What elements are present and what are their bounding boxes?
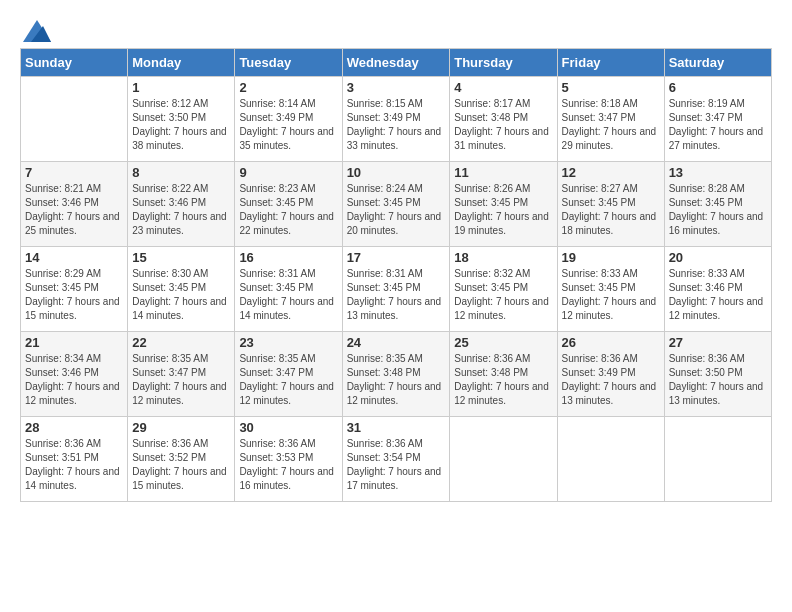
day-number: 24 (347, 335, 446, 350)
day-info: Sunrise: 8:18 AMSunset: 3:47 PMDaylight:… (562, 98, 657, 151)
day-number: 21 (25, 335, 123, 350)
day-number: 27 (669, 335, 767, 350)
day-number: 12 (562, 165, 660, 180)
calendar-cell: 12Sunrise: 8:27 AMSunset: 3:45 PMDayligh… (557, 162, 664, 247)
calendar-cell (664, 417, 771, 502)
calendar-cell: 19Sunrise: 8:33 AMSunset: 3:45 PMDayligh… (557, 247, 664, 332)
calendar-cell: 7Sunrise: 8:21 AMSunset: 3:46 PMDaylight… (21, 162, 128, 247)
calendar-cell: 1Sunrise: 8:12 AMSunset: 3:50 PMDaylight… (128, 77, 235, 162)
logo-icon (23, 20, 51, 42)
day-number: 20 (669, 250, 767, 265)
day-number: 17 (347, 250, 446, 265)
day-info: Sunrise: 8:36 AMSunset: 3:53 PMDaylight:… (239, 438, 334, 491)
weekday-header-monday: Monday (128, 49, 235, 77)
day-number: 23 (239, 335, 337, 350)
weekday-header-sunday: Sunday (21, 49, 128, 77)
calendar-cell: 20Sunrise: 8:33 AMSunset: 3:46 PMDayligh… (664, 247, 771, 332)
day-info: Sunrise: 8:36 AMSunset: 3:48 PMDaylight:… (454, 353, 549, 406)
day-info: Sunrise: 8:28 AMSunset: 3:45 PMDaylight:… (669, 183, 764, 236)
day-number: 26 (562, 335, 660, 350)
calendar-week-1: 1Sunrise: 8:12 AMSunset: 3:50 PMDaylight… (21, 77, 772, 162)
calendar-cell: 24Sunrise: 8:35 AMSunset: 3:48 PMDayligh… (342, 332, 450, 417)
calendar-week-5: 28Sunrise: 8:36 AMSunset: 3:51 PMDayligh… (21, 417, 772, 502)
day-info: Sunrise: 8:24 AMSunset: 3:45 PMDaylight:… (347, 183, 442, 236)
day-number: 19 (562, 250, 660, 265)
weekday-header-row: SundayMondayTuesdayWednesdayThursdayFrid… (21, 49, 772, 77)
calendar-week-3: 14Sunrise: 8:29 AMSunset: 3:45 PMDayligh… (21, 247, 772, 332)
calendar-cell: 13Sunrise: 8:28 AMSunset: 3:45 PMDayligh… (664, 162, 771, 247)
day-number: 15 (132, 250, 230, 265)
day-number: 7 (25, 165, 123, 180)
calendar-cell: 28Sunrise: 8:36 AMSunset: 3:51 PMDayligh… (21, 417, 128, 502)
weekday-header-thursday: Thursday (450, 49, 557, 77)
calendar-cell: 29Sunrise: 8:36 AMSunset: 3:52 PMDayligh… (128, 417, 235, 502)
page-header (20, 20, 772, 38)
calendar-cell: 8Sunrise: 8:22 AMSunset: 3:46 PMDaylight… (128, 162, 235, 247)
calendar-cell: 17Sunrise: 8:31 AMSunset: 3:45 PMDayligh… (342, 247, 450, 332)
calendar-cell: 21Sunrise: 8:34 AMSunset: 3:46 PMDayligh… (21, 332, 128, 417)
day-number: 10 (347, 165, 446, 180)
weekday-header-tuesday: Tuesday (235, 49, 342, 77)
calendar-week-4: 21Sunrise: 8:34 AMSunset: 3:46 PMDayligh… (21, 332, 772, 417)
day-number: 22 (132, 335, 230, 350)
day-number: 25 (454, 335, 552, 350)
day-number: 18 (454, 250, 552, 265)
day-info: Sunrise: 8:15 AMSunset: 3:49 PMDaylight:… (347, 98, 442, 151)
day-number: 28 (25, 420, 123, 435)
day-number: 31 (347, 420, 446, 435)
day-info: Sunrise: 8:31 AMSunset: 3:45 PMDaylight:… (347, 268, 442, 321)
day-info: Sunrise: 8:27 AMSunset: 3:45 PMDaylight:… (562, 183, 657, 236)
calendar-cell: 18Sunrise: 8:32 AMSunset: 3:45 PMDayligh… (450, 247, 557, 332)
day-info: Sunrise: 8:36 AMSunset: 3:51 PMDaylight:… (25, 438, 120, 491)
day-number: 4 (454, 80, 552, 95)
calendar-cell: 31Sunrise: 8:36 AMSunset: 3:54 PMDayligh… (342, 417, 450, 502)
day-number: 29 (132, 420, 230, 435)
calendar-cell: 10Sunrise: 8:24 AMSunset: 3:45 PMDayligh… (342, 162, 450, 247)
calendar-cell (450, 417, 557, 502)
weekday-header-friday: Friday (557, 49, 664, 77)
day-info: Sunrise: 8:33 AMSunset: 3:45 PMDaylight:… (562, 268, 657, 321)
day-info: Sunrise: 8:23 AMSunset: 3:45 PMDaylight:… (239, 183, 334, 236)
day-number: 3 (347, 80, 446, 95)
day-number: 5 (562, 80, 660, 95)
calendar-cell (21, 77, 128, 162)
day-info: Sunrise: 8:17 AMSunset: 3:48 PMDaylight:… (454, 98, 549, 151)
day-info: Sunrise: 8:12 AMSunset: 3:50 PMDaylight:… (132, 98, 227, 151)
day-info: Sunrise: 8:14 AMSunset: 3:49 PMDaylight:… (239, 98, 334, 151)
calendar-cell: 30Sunrise: 8:36 AMSunset: 3:53 PMDayligh… (235, 417, 342, 502)
calendar-cell: 16Sunrise: 8:31 AMSunset: 3:45 PMDayligh… (235, 247, 342, 332)
calendar-cell: 15Sunrise: 8:30 AMSunset: 3:45 PMDayligh… (128, 247, 235, 332)
day-info: Sunrise: 8:36 AMSunset: 3:49 PMDaylight:… (562, 353, 657, 406)
day-number: 11 (454, 165, 552, 180)
day-info: Sunrise: 8:19 AMSunset: 3:47 PMDaylight:… (669, 98, 764, 151)
day-info: Sunrise: 8:30 AMSunset: 3:45 PMDaylight:… (132, 268, 227, 321)
day-number: 16 (239, 250, 337, 265)
day-info: Sunrise: 8:32 AMSunset: 3:45 PMDaylight:… (454, 268, 549, 321)
day-info: Sunrise: 8:36 AMSunset: 3:50 PMDaylight:… (669, 353, 764, 406)
day-info: Sunrise: 8:22 AMSunset: 3:46 PMDaylight:… (132, 183, 227, 236)
weekday-header-saturday: Saturday (664, 49, 771, 77)
day-info: Sunrise: 8:34 AMSunset: 3:46 PMDaylight:… (25, 353, 120, 406)
calendar-cell: 2Sunrise: 8:14 AMSunset: 3:49 PMDaylight… (235, 77, 342, 162)
calendar-cell: 14Sunrise: 8:29 AMSunset: 3:45 PMDayligh… (21, 247, 128, 332)
day-number: 8 (132, 165, 230, 180)
day-number: 6 (669, 80, 767, 95)
calendar-cell: 11Sunrise: 8:26 AMSunset: 3:45 PMDayligh… (450, 162, 557, 247)
calendar-cell: 9Sunrise: 8:23 AMSunset: 3:45 PMDaylight… (235, 162, 342, 247)
calendar-table: SundayMondayTuesdayWednesdayThursdayFrid… (20, 48, 772, 502)
calendar-cell (557, 417, 664, 502)
day-info: Sunrise: 8:26 AMSunset: 3:45 PMDaylight:… (454, 183, 549, 236)
calendar-week-2: 7Sunrise: 8:21 AMSunset: 3:46 PMDaylight… (21, 162, 772, 247)
calendar-cell: 27Sunrise: 8:36 AMSunset: 3:50 PMDayligh… (664, 332, 771, 417)
calendar-cell: 6Sunrise: 8:19 AMSunset: 3:47 PMDaylight… (664, 77, 771, 162)
day-number: 1 (132, 80, 230, 95)
day-number: 9 (239, 165, 337, 180)
logo (20, 20, 51, 38)
day-info: Sunrise: 8:35 AMSunset: 3:47 PMDaylight:… (239, 353, 334, 406)
calendar-cell: 4Sunrise: 8:17 AMSunset: 3:48 PMDaylight… (450, 77, 557, 162)
day-info: Sunrise: 8:33 AMSunset: 3:46 PMDaylight:… (669, 268, 764, 321)
day-info: Sunrise: 8:36 AMSunset: 3:54 PMDaylight:… (347, 438, 442, 491)
day-info: Sunrise: 8:31 AMSunset: 3:45 PMDaylight:… (239, 268, 334, 321)
day-number: 30 (239, 420, 337, 435)
calendar-cell: 26Sunrise: 8:36 AMSunset: 3:49 PMDayligh… (557, 332, 664, 417)
